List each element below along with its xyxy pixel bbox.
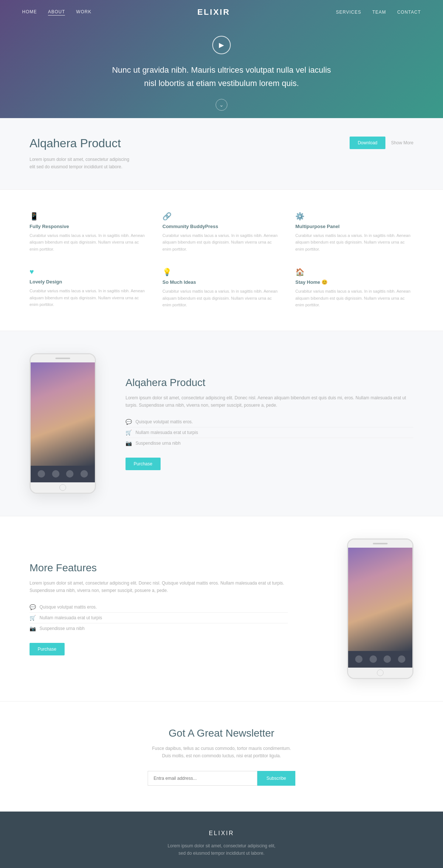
footer-description: Lorem ipsum dolor sit amet, consectetur … [166,842,277,857]
phone-home-1 [31,482,95,493]
nav-team[interactable]: TEAM [372,10,386,15]
showcase-list-1: 💬 Quisque volutpat mattis eros. 🛒 Nullam… [126,417,413,448]
newsletter-form: Subscribe [148,771,295,786]
feature-title-responsive: Fully Responsive [30,224,148,229]
nav-work[interactable]: WORK [76,9,91,16]
phone-btn-2 [52,470,59,478]
list-text-3: Suspendisse urna nibh [135,441,181,446]
list-item-1: 💬 Quisque volutpat mattis eros. [126,417,413,427]
list-icon-5: 🛒 [30,615,36,621]
nav-home[interactable]: HOME [22,9,37,16]
list-text-2: Nullam malesuada erat ut turpis [135,430,198,435]
navigation: HOME ABOUT WORK ELIXIR SERVICES TEAM CON… [0,0,443,24]
download-button[interactable]: Download [350,137,385,149]
feature-responsive: 📱 Fully Responsive Curabitur varius matt… [30,212,148,253]
nav-left: HOME ABOUT WORK [22,9,92,16]
product-title: Alqahera Product [30,137,350,150]
phone-btn-3 [66,470,73,478]
newsletter-description: Fusce dapibus, tellus ac cursus commodo,… [148,745,295,760]
feature-icon-buddypress: 🔗 [162,212,281,221]
product-description: Lorem ipsum dolor sit amet, consectetur … [30,156,133,171]
list-icon-6: 📷 [30,626,36,631]
feature-text-multipurpose: Curabitur varius mattis lacus a varius. … [295,232,413,253]
feature-text-design: Curabitur varius mattis lacus a varius. … [30,287,148,308]
home-circle-1 [59,484,66,491]
phone-speaker-1 [55,358,70,359]
list-item-6: 📷 Suspendisse urna nibh [30,623,288,634]
footer-dark: ELIXIR Lorem ipsum dolor sit amet, conse… [0,812,443,868]
product-section: Alqahera Product Lorem ipsum dolor sit a… [0,118,443,189]
phone-screen-2 [348,548,412,651]
list-icon-4: 💬 [30,604,36,610]
app-showcase-1: Alqahera Product Lorem ipsum dolor sit a… [0,331,443,516]
list-text-4: Quisque volutpat mattis eros. [40,604,97,610]
hero-text: Nunc ut gravida nibh. Mauris ultrices vo… [111,63,332,89]
purchase-button-1[interactable]: Purchase [126,458,161,470]
phone-btn-6 [370,655,377,663]
feature-buddypress: 🔗 Community BuddyPress Curabitur varius … [162,212,281,253]
feature-title-buddypress: Community BuddyPress [162,224,281,229]
list-item-3: 📷 Suspendisse urna nibh [126,438,413,448]
list-item-4: 💬 Quisque volutpat mattis eros. [30,602,288,612]
phone-home-2 [348,668,412,678]
product-left: Alqahera Product Lorem ipsum dolor sit a… [30,137,350,171]
features-grid: 📱 Fully Responsive Curabitur varius matt… [30,212,413,309]
phone-speaker-2 [373,543,388,544]
nav-right: SERVICES TEAM CONTACT [336,10,421,15]
phone-screen-1 [31,362,95,466]
list-item-2: 🛒 Nullam malesuada erat ut turpis [126,427,413,438]
purchase-button-2[interactable]: Purchase [30,643,65,655]
phone-btn-8 [398,655,405,663]
showcase-content-2: More Features Lorem ipsum dolor sit amet… [30,562,288,655]
nav-contact[interactable]: CONTACT [397,10,421,15]
feature-text-ideas: Curabitur varius mattis lacus a varius. … [162,288,281,309]
phone-btn-4 [80,470,88,478]
list-text-6: Suspendisse urna nibh [40,626,85,631]
phone-mockup-2 [347,538,413,679]
feature-title-design: Lovely Design [30,279,148,285]
showcase-desc-1: Lorem ipsum dolor sit amet, consectetur … [126,394,413,409]
brand-logo: ELIXIR [197,7,230,17]
showcase-desc-2: Lorem ipsum dolor sit amet, consectetur … [30,579,288,595]
feature-icon-home: 🏠 [295,268,413,276]
phone-top-1 [31,354,95,362]
feature-icon-design: ♥ [30,268,148,276]
phone-bottom-2 [348,651,412,668]
phone-bottom-1 [31,466,95,482]
list-text-1: Quisque volutpat mattis eros. [135,419,193,424]
app-showcase-2: More Features Lorem ipsum dolor sit amet… [0,516,443,701]
showcase-title-1: Alqahera Product [126,377,413,389]
newsletter-section: Got A Great Newsletter Fusce dapibus, te… [0,702,443,812]
feature-icon-responsive: 📱 [30,212,148,221]
nav-about[interactable]: ABOUT [48,9,65,16]
feature-title-ideas: So Much Ideas [162,279,281,285]
footer-brand: ELIXIR [30,830,413,837]
feature-ideas: 💡 So Much Ideas Curabitur varius mattis … [162,268,281,309]
phone-top-2 [348,540,412,548]
feature-home: 🏠 Stay Home 😊 Curabitur varius mattis la… [295,268,413,309]
features-section: 📱 Fully Responsive Curabitur varius matt… [0,190,443,331]
home-circle-2 [377,669,384,676]
list-icon-3: 📷 [126,440,132,446]
phone-btn-7 [384,655,391,663]
play-button[interactable]: ▶ [212,36,231,54]
list-icon-1: 💬 [126,419,132,425]
nav-services[interactable]: SERVICES [336,10,361,15]
newsletter-email-input[interactable] [148,771,257,786]
phone-mockup-1 [30,353,96,494]
feature-title-multipurpose: Multipurpose Panel [295,224,413,229]
product-actions: Download Show More [350,137,413,149]
showcase-title-2: More Features [30,562,288,574]
subscribe-button[interactable]: Subscribe [257,771,295,786]
show-more-link[interactable]: Show More [391,140,413,145]
showcase-list-2: 💬 Quisque volutpat mattis eros. 🛒 Nullam… [30,602,288,634]
list-text-5: Nullam malesuada erat ut turpis [40,615,102,620]
feature-text-home: Curabitur varius mattis lacus a varius. … [295,288,413,309]
feature-icon-ideas: 💡 [162,268,281,276]
feature-icon-multipurpose: ⚙️ [295,212,413,221]
feature-text-buddypress: Curabitur varius mattis lacus a varius. … [162,232,281,253]
scroll-down-button[interactable]: ⌄ [216,99,227,111]
phone-btn-5 [355,655,363,663]
feature-text-responsive: Curabitur varius mattis lacus a varius. … [30,232,148,253]
feature-multipurpose: ⚙️ Multipurpose Panel Curabitur varius m… [295,212,413,253]
